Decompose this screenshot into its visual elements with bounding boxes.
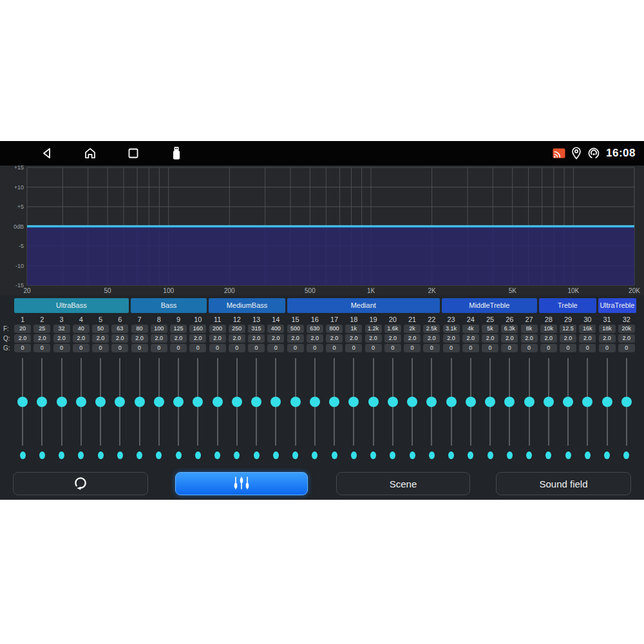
freq-value[interactable]: 32 [53,325,70,333]
freq-value[interactable]: 2.5k [423,325,440,333]
gain-value[interactable]: 0 [287,344,304,352]
gain-value[interactable]: 0 [189,344,206,352]
q-value[interactable]: 2.0 [521,334,538,343]
q-value[interactable]: 2.0 [307,334,323,343]
freq-value[interactable]: 5k [482,325,498,333]
gain-value[interactable]: 0 [521,344,538,352]
gain-value[interactable]: 0 [599,344,616,352]
freq-value[interactable]: 1.6k [384,325,401,333]
slider-knob[interactable] [251,397,261,407]
slider-knob[interactable] [115,397,125,407]
gain-value[interactable]: 0 [248,344,265,352]
slider-knob[interactable] [232,397,242,407]
slider-knob[interactable] [135,397,145,407]
slider-knob[interactable] [213,397,223,407]
freq-value[interactable]: 10k [540,325,557,333]
slider-knob[interactable] [368,397,379,407]
eq-slider[interactable] [480,358,500,446]
gain-value[interactable]: 0 [111,344,128,352]
q-value[interactable]: 2.0 [482,334,498,343]
eq-slider[interactable] [71,358,91,446]
gain-value[interactable]: 0 [267,344,284,352]
gain-value[interactable]: 0 [579,344,596,352]
freq-value[interactable]: 800 [326,325,343,333]
freq-value[interactable]: 50 [92,325,109,333]
freq-value[interactable]: 1.2k [365,325,382,333]
q-value[interactable]: 2.0 [540,334,557,343]
q-value[interactable]: 2.0 [170,334,187,343]
eq-slider[interactable] [325,358,344,446]
gain-value[interactable]: 0 [307,344,323,352]
home-icon[interactable] [82,146,98,161]
q-value[interactable]: 2.0 [618,334,635,343]
freq-value[interactable]: 20k [618,325,635,333]
slider-knob[interactable] [76,397,86,407]
eq-mode-button[interactable] [175,472,308,495]
eq-slider[interactable] [617,358,636,446]
q-value[interactable]: 2.0 [443,334,460,343]
q-value[interactable]: 2.0 [326,334,343,343]
eq-slider[interactable] [32,358,52,446]
gain-value[interactable]: 0 [209,344,226,352]
freq-value[interactable]: 315 [248,325,265,333]
slider-knob[interactable] [504,397,515,407]
freq-value[interactable]: 200 [209,325,226,333]
eq-slider[interactable] [266,358,285,446]
freq-value[interactable]: 18k [599,325,616,333]
eq-slider[interactable] [402,358,422,446]
gain-value[interactable]: 0 [345,344,362,352]
eq-slider[interactable] [286,358,305,446]
eq-slider[interactable] [91,358,110,446]
slider-knob[interactable] [57,397,67,407]
slider-knob[interactable] [544,397,554,407]
slider-knob[interactable] [270,397,281,407]
eq-slider[interactable] [520,358,539,446]
freq-value[interactable]: 40 [73,325,90,333]
gain-value[interactable]: 0 [560,344,576,352]
eq-slider[interactable] [461,358,480,446]
eq-slider[interactable] [344,358,363,446]
q-value[interactable]: 2.0 [501,334,518,343]
gain-value[interactable]: 0 [92,344,109,352]
gain-value[interactable]: 0 [73,344,90,352]
eq-slider[interactable] [110,358,129,446]
gain-value[interactable]: 0 [365,344,382,352]
q-value[interactable]: 2.0 [209,334,226,343]
slider-knob[interactable] [348,397,359,407]
gain-value[interactable]: 0 [443,344,460,352]
q-value[interactable]: 2.0 [53,334,70,343]
q-value[interactable]: 2.0 [599,334,616,343]
gain-value[interactable]: 0 [131,344,148,352]
freq-value[interactable]: 1k [345,325,362,333]
gain-value[interactable]: 0 [14,344,31,352]
q-value[interactable]: 2.0 [33,334,50,343]
eq-slider[interactable] [364,358,383,446]
gain-value[interactable]: 0 [618,344,635,352]
slider-knob[interactable] [466,397,476,407]
freq-value[interactable]: 16k [579,325,596,333]
q-value[interactable]: 2.0 [73,334,90,343]
eq-slider[interactable] [13,358,32,446]
freq-value[interactable]: 2k [404,325,421,333]
q-value[interactable]: 2.0 [14,334,31,343]
q-value[interactable]: 2.0 [423,334,440,343]
freq-value[interactable]: 250 [229,325,245,333]
q-value[interactable]: 2.0 [287,334,304,343]
freq-value[interactable]: 400 [267,325,284,333]
gain-value[interactable]: 0 [384,344,401,352]
q-value[interactable]: 2.0 [267,334,284,343]
gain-value[interactable]: 0 [404,344,421,352]
gain-value[interactable]: 0 [540,344,557,352]
eq-slider[interactable] [52,358,71,446]
slider-knob[interactable] [485,397,495,407]
eq-slider[interactable] [442,358,461,446]
gain-value[interactable]: 0 [229,344,245,352]
eq-slider[interactable] [247,358,266,446]
recents-icon[interactable] [126,146,141,161]
usb-icon[interactable] [169,146,184,161]
eq-slider[interactable] [539,358,558,446]
freq-value[interactable]: 6.3k [501,325,518,333]
freq-value[interactable]: 160 [189,325,206,333]
eq-slider[interactable] [208,358,227,446]
gain-value[interactable]: 0 [170,344,187,352]
